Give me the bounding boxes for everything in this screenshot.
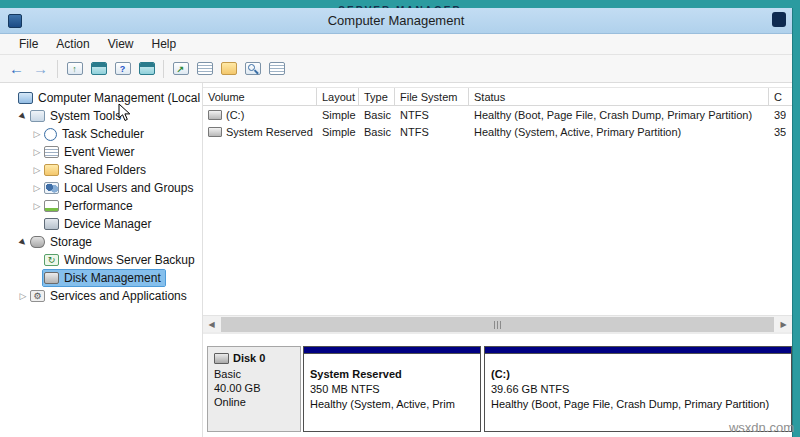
volume-name: System Reserved	[226, 126, 313, 138]
services-icon: ⚙	[30, 290, 45, 302]
column-header-file-system[interactable]: File System	[395, 88, 469, 106]
tree-item-local-users-and-groups[interactable]: Local Users and Groups	[0, 179, 202, 197]
scrollbar-grip	[494, 321, 503, 329]
expand-arrow-icon[interactable]	[31, 147, 43, 157]
event-viewer-icon	[44, 146, 59, 158]
scroll-right-icon[interactable]: ▶	[775, 316, 792, 333]
forward-icon[interactable]: →	[30, 58, 51, 79]
performance-icon	[44, 200, 59, 212]
disk-graphical-view: Disk 0 Basic 40.00 GB Online System Rese…	[203, 332, 792, 437]
volume-capacity: 39	[769, 106, 786, 123]
task-scheduler-icon	[44, 128, 57, 141]
menu-action[interactable]: Action	[47, 35, 98, 53]
volume-row-c[interactable]: (C:) Simple Basic NTFS Healthy (Boot, Pa…	[203, 106, 792, 123]
toolbar-separator	[163, 60, 164, 78]
volume-name: (C:)	[226, 109, 244, 121]
main-area: Computer Management (Local System Tools …	[0, 83, 792, 437]
volume-list-header: Volume Layout Type File System Status C	[203, 87, 792, 106]
partition-size: 350 MB NTFS	[310, 382, 474, 397]
volume-file-system: NTFS	[395, 106, 469, 123]
column-header-volume[interactable]: Volume	[203, 88, 317, 106]
column-header-type[interactable]: Type	[359, 88, 395, 106]
partition-system-reserved[interactable]: System Reserved 350 MB NTFS Healthy (Sys…	[303, 346, 481, 432]
system-tools-icon	[30, 110, 45, 122]
tree-item-label: Shared Folders	[64, 163, 146, 177]
tree-item-label: System Tools	[50, 109, 121, 123]
collapse-arrow-icon[interactable]	[17, 238, 29, 247]
tree-item-task-scheduler[interactable]: Task Scheduler	[0, 125, 202, 143]
tree-item-windows-server-backup[interactable]: ↻Windows Server Backup	[0, 251, 202, 269]
partition-color-bar	[485, 347, 791, 354]
computer-management-window: Computer Management File Action View Hel…	[0, 8, 793, 437]
tree-item-label: Computer Management (Local	[38, 91, 200, 105]
expand-arrow-icon[interactable]	[31, 129, 43, 139]
properties-icon[interactable]	[194, 58, 215, 79]
console-window-icon[interactable]	[136, 58, 157, 79]
search-icon[interactable]	[242, 58, 263, 79]
tree-item-services-and-applications[interactable]: ⚙Services and Applications	[0, 287, 202, 305]
titlebar: Computer Management	[0, 8, 792, 34]
volume-type: Basic	[359, 123, 395, 140]
help-icon[interactable]: ?	[112, 58, 133, 79]
menu-view[interactable]: View	[99, 35, 143, 53]
window-control-icon[interactable]	[772, 12, 786, 27]
expand-arrow-icon[interactable]	[31, 183, 43, 193]
volume-row-system-reserved[interactable]: System Reserved Simple Basic NTFS Health…	[203, 123, 792, 140]
collapse-arrow-icon[interactable]	[17, 112, 29, 121]
details-pane: Volume Layout Type File System Status C …	[203, 83, 792, 437]
disk-management-icon	[44, 272, 59, 284]
app-icon[interactable]	[8, 14, 22, 28]
horizontal-scrollbar[interactable]: ◀ ▶	[203, 315, 792, 332]
volume-list: Volume Layout Type File System Status C …	[203, 83, 792, 315]
tree-item-label: Storage	[50, 235, 92, 249]
open-folder-icon[interactable]	[218, 58, 239, 79]
tree-item-event-viewer[interactable]: Event Viewer	[0, 143, 202, 161]
expand-arrow-icon[interactable]	[17, 291, 29, 301]
tree-item-shared-folders[interactable]: Shared Folders	[0, 161, 202, 179]
column-header-status[interactable]: Status	[469, 88, 769, 106]
tree-item-disk-management[interactable]: Disk Management	[0, 269, 202, 287]
column-header-layout[interactable]: Layout	[317, 88, 359, 106]
volume-capacity: 35	[769, 123, 786, 140]
tree-item-performance[interactable]: Performance	[0, 197, 202, 215]
column-header-capacity[interactable]: C	[769, 88, 792, 106]
disk-size: 40.00 GB	[214, 382, 294, 394]
tree-item-label: Event Viewer	[64, 145, 134, 159]
export-list-icon[interactable]: ↗	[170, 58, 191, 79]
disk0-header-box[interactable]: Disk 0 Basic 40.00 GB Online	[207, 346, 301, 432]
show-console-tree-icon[interactable]	[88, 58, 109, 79]
scroll-left-icon[interactable]: ◀	[203, 316, 220, 333]
volume-icon	[208, 127, 222, 137]
disk-status: Online	[214, 396, 294, 408]
partition-health: Healthy (Boot, Page File, Crash Dump, Pr…	[491, 397, 785, 412]
menubar: File Action View Help	[0, 34, 792, 55]
tree-item-label: Task Scheduler	[62, 127, 144, 141]
partition-health: Healthy (System, Active, Prim	[310, 397, 474, 412]
tree-item-label: Windows Server Backup	[64, 253, 195, 267]
window-title: Computer Management	[328, 13, 465, 28]
tree-item-computer-management[interactable]: Computer Management (Local	[0, 89, 202, 107]
volume-icon	[208, 110, 222, 120]
up-level-icon[interactable]: ↑	[64, 58, 85, 79]
tree-item-label: Performance	[64, 199, 133, 213]
tree-item-system-tools[interactable]: System Tools	[0, 107, 202, 125]
tree-item-label: Disk Management	[64, 271, 161, 285]
watermark: wsxdn.com	[729, 420, 794, 435]
expand-arrow-icon[interactable]	[31, 165, 43, 175]
computer-icon	[18, 92, 33, 104]
expand-arrow-icon[interactable]	[31, 201, 43, 211]
volume-status: Healthy (Boot, Page File, Crash Dump, Pr…	[469, 106, 769, 123]
toolbar-separator	[57, 60, 58, 78]
volume-layout: Simple	[317, 123, 359, 140]
back-icon[interactable]: ←	[6, 58, 27, 79]
scrollbar-thumb[interactable]	[221, 317, 774, 332]
volume-status: Healthy (System, Active, Primary Partiti…	[469, 123, 769, 140]
volume-layout: Simple	[317, 106, 359, 123]
menu-file[interactable]: File	[10, 35, 47, 53]
views-icon[interactable]	[266, 58, 287, 79]
storage-icon	[30, 236, 45, 248]
partition-name: System Reserved	[310, 367, 474, 382]
tree-item-device-manager[interactable]: Device Manager	[0, 215, 202, 233]
tree-item-storage[interactable]: Storage	[0, 233, 202, 251]
menu-help[interactable]: Help	[143, 35, 186, 53]
